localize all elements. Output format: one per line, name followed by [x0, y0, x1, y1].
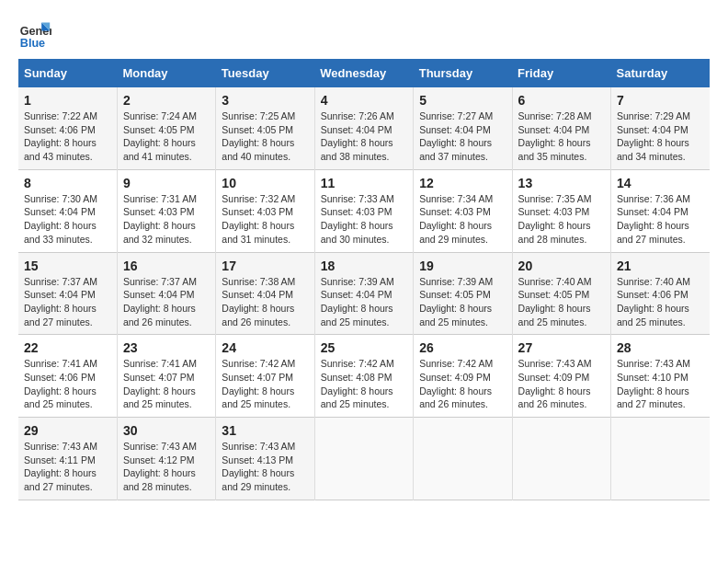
calendar-cell: 10Sunrise: 7:32 AMSunset: 4:03 PMDayligh… [216, 169, 314, 252]
day-number: 8 [24, 176, 111, 190]
day-number: 28 [617, 340, 704, 355]
day-info: Sunrise: 7:25 AMSunset: 4:05 PMDaylight:… [222, 109, 308, 164]
calendar-table: SundayMondayTuesdayWednesdayThursdayFrid… [18, 59, 710, 500]
day-info: Sunrise: 7:39 AMSunset: 4:04 PMDaylight:… [321, 275, 407, 329]
calendar-cell: 13Sunrise: 7:35 AMSunset: 4:03 PMDayligh… [512, 169, 610, 252]
calendar-cell [414, 418, 512, 500]
calendar-cell: 14Sunrise: 7:36 AMSunset: 4:04 PMDayligh… [611, 169, 710, 252]
day-number: 29 [24, 423, 111, 438]
calendar-cell: 3Sunrise: 7:25 AMSunset: 4:05 PMDaylight… [216, 87, 314, 169]
day-number: 26 [419, 340, 506, 355]
day-number: 21 [617, 259, 704, 273]
day-info: Sunrise: 7:42 AMSunset: 4:09 PMDaylight:… [419, 357, 506, 411]
day-info: Sunrise: 7:43 AMSunset: 4:10 PMDaylight:… [617, 357, 704, 411]
calendar-cell: 15Sunrise: 7:37 AMSunset: 4:04 PMDayligh… [18, 252, 117, 335]
calendar-cell: 5Sunrise: 7:27 AMSunset: 4:04 PMDaylight… [414, 87, 512, 169]
header-thursday: Thursday [414, 59, 512, 87]
day-number: 6 [518, 93, 605, 108]
calendar-cell: 27Sunrise: 7:43 AMSunset: 4:09 PMDayligh… [512, 335, 610, 418]
day-number: 25 [321, 340, 407, 355]
calendar-cell [512, 418, 610, 500]
calendar-cell: 26Sunrise: 7:42 AMSunset: 4:09 PMDayligh… [414, 335, 512, 418]
calendar-cell: 22Sunrise: 7:41 AMSunset: 4:06 PMDayligh… [18, 335, 117, 418]
calendar-cell: 18Sunrise: 7:39 AMSunset: 4:04 PMDayligh… [314, 252, 413, 335]
day-number: 11 [321, 176, 407, 190]
calendar-cell: 1Sunrise: 7:22 AMSunset: 4:06 PMDaylight… [18, 87, 117, 169]
day-info: Sunrise: 7:42 AMSunset: 4:08 PMDaylight:… [321, 357, 407, 411]
day-number: 7 [617, 93, 704, 108]
day-number: 4 [321, 93, 407, 108]
day-info: Sunrise: 7:41 AMSunset: 4:07 PMDaylight:… [123, 357, 210, 411]
calendar-cell: 6Sunrise: 7:28 AMSunset: 4:04 PMDaylight… [512, 87, 610, 169]
calendar-cell: 17Sunrise: 7:38 AMSunset: 4:04 PMDayligh… [216, 252, 314, 335]
day-info: Sunrise: 7:43 AMSunset: 4:11 PMDaylight:… [24, 440, 111, 494]
day-number: 18 [321, 259, 407, 273]
calendar-cell: 24Sunrise: 7:42 AMSunset: 4:07 PMDayligh… [216, 335, 314, 418]
day-info: Sunrise: 7:35 AMSunset: 4:03 PMDaylight:… [518, 192, 605, 247]
calendar-cell: 9Sunrise: 7:31 AMSunset: 4:03 PMDaylight… [117, 169, 215, 252]
day-info: Sunrise: 7:29 AMSunset: 4:04 PMDaylight:… [617, 109, 704, 164]
header-sunday: Sunday [18, 59, 117, 87]
day-info: Sunrise: 7:34 AMSunset: 4:03 PMDaylight:… [419, 192, 506, 247]
day-info: Sunrise: 7:37 AMSunset: 4:04 PMDaylight:… [123, 275, 210, 329]
calendar-cell: 20Sunrise: 7:40 AMSunset: 4:05 PMDayligh… [512, 252, 610, 335]
day-info: Sunrise: 7:43 AMSunset: 4:09 PMDaylight:… [518, 357, 605, 411]
day-number: 1 [24, 93, 111, 108]
header-wednesday: Wednesday [314, 59, 413, 87]
calendar-header-row: SundayMondayTuesdayWednesdayThursdayFrid… [18, 59, 710, 87]
calendar-cell: 21Sunrise: 7:40 AMSunset: 4:06 PMDayligh… [611, 252, 710, 335]
calendar-cell: 8Sunrise: 7:30 AMSunset: 4:04 PMDaylight… [18, 169, 117, 252]
day-number: 17 [222, 259, 308, 273]
day-info: Sunrise: 7:36 AMSunset: 4:04 PMDaylight:… [617, 192, 704, 247]
day-info: Sunrise: 7:42 AMSunset: 4:07 PMDaylight:… [222, 357, 308, 411]
header-friday: Friday [512, 59, 610, 87]
day-number: 10 [222, 176, 308, 190]
day-info: Sunrise: 7:40 AMSunset: 4:06 PMDaylight:… [617, 275, 704, 329]
calendar-cell: 25Sunrise: 7:42 AMSunset: 4:08 PMDayligh… [314, 335, 413, 418]
calendar-week-row: 8Sunrise: 7:30 AMSunset: 4:04 PMDaylight… [18, 169, 710, 252]
calendar-cell: 23Sunrise: 7:41 AMSunset: 4:07 PMDayligh… [117, 335, 215, 418]
day-number: 14 [617, 176, 704, 190]
calendar-cell: 11Sunrise: 7:33 AMSunset: 4:03 PMDayligh… [314, 169, 413, 252]
calendar-week-row: 22Sunrise: 7:41 AMSunset: 4:06 PMDayligh… [18, 335, 710, 418]
calendar-cell [314, 418, 413, 500]
calendar-cell: 19Sunrise: 7:39 AMSunset: 4:05 PMDayligh… [414, 252, 512, 335]
day-info: Sunrise: 7:22 AMSunset: 4:06 PMDaylight:… [24, 109, 111, 164]
calendar-cell: 7Sunrise: 7:29 AMSunset: 4:04 PMDaylight… [611, 87, 710, 169]
day-number: 27 [518, 340, 605, 355]
day-number: 5 [419, 93, 506, 108]
day-info: Sunrise: 7:43 AMSunset: 4:12 PMDaylight:… [123, 440, 210, 494]
calendar-week-row: 15Sunrise: 7:37 AMSunset: 4:04 PMDayligh… [18, 252, 710, 335]
day-number: 16 [123, 259, 210, 273]
header-saturday: Saturday [611, 59, 710, 87]
day-info: Sunrise: 7:39 AMSunset: 4:05 PMDaylight:… [419, 275, 506, 329]
day-number: 30 [123, 423, 210, 438]
calendar-cell: 4Sunrise: 7:26 AMSunset: 4:04 PMDaylight… [314, 87, 413, 169]
day-info: Sunrise: 7:27 AMSunset: 4:04 PMDaylight:… [419, 109, 506, 164]
calendar-week-row: 1Sunrise: 7:22 AMSunset: 4:06 PMDaylight… [18, 87, 710, 169]
day-number: 12 [419, 176, 506, 190]
calendar-cell: 29Sunrise: 7:43 AMSunset: 4:11 PMDayligh… [18, 418, 117, 500]
header-tuesday: Tuesday [216, 59, 314, 87]
day-number: 15 [24, 259, 111, 273]
day-number: 2 [123, 93, 210, 108]
calendar-cell: 16Sunrise: 7:37 AMSunset: 4:04 PMDayligh… [117, 252, 215, 335]
day-number: 22 [24, 340, 111, 355]
day-number: 3 [222, 93, 308, 108]
logo: General Blue [18, 18, 55, 52]
day-number: 9 [123, 176, 210, 190]
day-number: 24 [222, 340, 308, 355]
day-number: 19 [419, 259, 506, 273]
calendar-week-row: 29Sunrise: 7:43 AMSunset: 4:11 PMDayligh… [18, 418, 710, 500]
day-number: 23 [123, 340, 210, 355]
day-info: Sunrise: 7:43 AMSunset: 4:13 PMDaylight:… [222, 440, 308, 494]
day-info: Sunrise: 7:24 AMSunset: 4:05 PMDaylight:… [123, 109, 210, 164]
page-header: General Blue [18, 18, 710, 52]
calendar-cell: 2Sunrise: 7:24 AMSunset: 4:05 PMDaylight… [117, 87, 215, 169]
calendar-cell: 28Sunrise: 7:43 AMSunset: 4:10 PMDayligh… [611, 335, 710, 418]
day-info: Sunrise: 7:41 AMSunset: 4:06 PMDaylight:… [24, 357, 111, 411]
logo-icon: General Blue [18, 18, 51, 52]
svg-text:Blue: Blue [20, 37, 45, 50]
day-number: 20 [518, 259, 605, 273]
calendar-cell: 12Sunrise: 7:34 AMSunset: 4:03 PMDayligh… [414, 169, 512, 252]
